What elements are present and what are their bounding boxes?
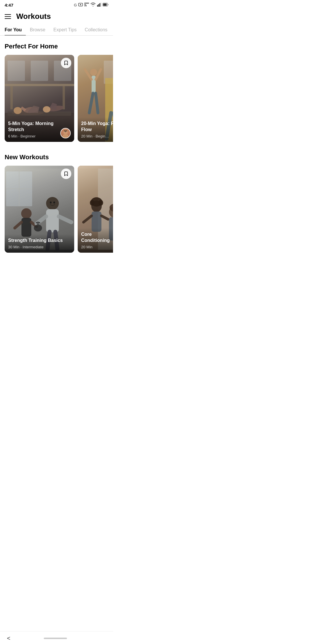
- menu-button[interactable]: [5, 14, 11, 19]
- workout-card-yoga-morning[interactable]: 5-Min Yoga: Morning Stretch 6 Min · Begi…: [5, 55, 74, 142]
- svg-rect-18: [8, 61, 25, 81]
- workout-card-yoga-flow[interactable]: 20-Min Yoga: F… Flow 20 Min · Begin…: [78, 55, 113, 142]
- card-info-3: Strength Training Basics 30 Min · Interm…: [5, 234, 74, 253]
- svg-point-15: [14, 107, 22, 114]
- svg-point-25: [65, 131, 66, 132]
- svg-rect-19: [31, 61, 48, 81]
- perfect-for-home-cards: 5-Min Yoga: Morning Stretch 6 Min · Begi…: [0, 55, 113, 143]
- svg-point-41: [21, 208, 32, 219]
- svg-point-28: [90, 69, 97, 76]
- svg-rect-10: [5, 84, 74, 86]
- bookmark-button-3[interactable]: [61, 169, 71, 179]
- status-bar: 4:47 G: [0, 0, 113, 9]
- svg-point-24: [65, 131, 65, 132]
- card-meta-2: 20 Min · Begin…: [81, 134, 113, 138]
- tabs-bar: For You Browse Expert Tips Collections T…: [0, 24, 113, 36]
- svg-rect-4: [99, 3, 100, 7]
- battery-icon: [103, 3, 108, 7]
- svg-rect-5: [101, 3, 101, 7]
- workout-card-strength[interactable]: Strength Training Basics 30 Min · Interm…: [5, 166, 74, 253]
- svg-point-46: [50, 202, 52, 204]
- svg-rect-48: [46, 209, 59, 232]
- page-title: Workouts: [16, 12, 51, 21]
- svg-point-47: [53, 202, 55, 204]
- tab-collections[interactable]: Collections: [81, 24, 111, 35]
- svg-point-45: [46, 197, 59, 210]
- svg-rect-2: [97, 5, 98, 7]
- cast-icon: [84, 3, 89, 8]
- new-workouts-title: New Workouts: [5, 153, 108, 161]
- svg-rect-7: [103, 3, 107, 6]
- svg-point-1: [80, 4, 81, 5]
- tab-trainers[interactable]: Trainers: [112, 24, 113, 35]
- svg-point-17: [43, 106, 50, 113]
- tab-for-you[interactable]: For You: [5, 24, 26, 35]
- tab-browse[interactable]: Browse: [26, 24, 49, 35]
- tab-expert-tips[interactable]: Expert Tips: [49, 24, 81, 35]
- bookmark-button-1[interactable]: [61, 58, 71, 68]
- svg-point-60: [99, 200, 103, 206]
- status-time: 4:47: [5, 3, 13, 8]
- card-meta-4: 20 Min: [81, 245, 113, 249]
- card-info-2: 20-Min Yoga: F… Flow 20 Min · Begin…: [78, 117, 113, 142]
- svg-rect-12: [63, 86, 65, 109]
- card-meta-3: 30 Min · Intermediate: [8, 245, 71, 249]
- status-icons: G: [74, 2, 108, 8]
- trainer-avatar-1: [60, 128, 71, 138]
- perfect-for-home-section: Perfect For Home: [0, 36, 113, 146]
- header: Workouts: [0, 9, 113, 24]
- card-title-3: Strength Training Basics: [8, 238, 71, 244]
- perfect-for-home-title: Perfect For Home: [5, 43, 108, 50]
- svg-point-22: [62, 134, 68, 138]
- new-workouts-cards: Strength Training Basics 30 Min · Interm…: [0, 166, 113, 254]
- wifi-icon: [90, 3, 96, 8]
- svg-rect-11: [10, 86, 13, 109]
- google-icon: G: [74, 3, 77, 7]
- svg-point-59: [90, 200, 94, 206]
- screenshot-icon: [78, 2, 83, 8]
- svg-point-53: [34, 225, 42, 231]
- svg-rect-3: [98, 4, 99, 7]
- signal-icon: [97, 3, 101, 8]
- workout-card-core[interactable]: Core Conditioning 20 Min: [78, 166, 113, 253]
- new-workouts-section: New Workouts: [0, 146, 113, 257]
- card-title-4: Core Conditioning: [81, 231, 113, 244]
- card-title-2: 20-Min Yoga: F… Flow: [81, 121, 113, 133]
- card-info-4: Core Conditioning 20 Min: [78, 228, 113, 253]
